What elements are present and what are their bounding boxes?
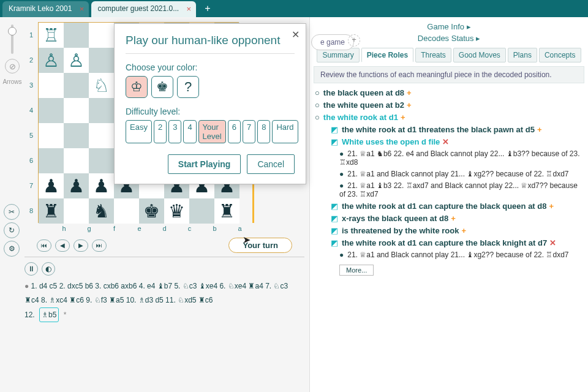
tab-label: Kramnik Leko 2001: [9, 4, 72, 13]
color-label: Choose your color:: [126, 62, 295, 72]
subtab-concepts[interactable]: Concepts: [539, 48, 581, 62]
move-number: 12.: [24, 308, 35, 322]
role-node[interactable]: x-rays the black queen at d8: [342, 214, 448, 223]
difficulty-3[interactable]: 3: [168, 120, 181, 143]
nav-last[interactable]: ⏭: [92, 239, 107, 252]
moves-fish[interactable]: ◐: [42, 262, 55, 276]
subtab-piece-roles[interactable]: Piece Roles: [361, 48, 413, 62]
expand-icon[interactable]: +: [461, 226, 466, 235]
piece-node[interactable]: the black queen at d8: [323, 88, 404, 97]
role-node[interactable]: the white rook at d1 can capture the bla…: [342, 202, 546, 211]
tool-refresh[interactable]: ↻: [4, 222, 20, 238]
tab-kramnik[interactable]: Kramnik Leko 2001×: [2, 1, 89, 17]
close-icon[interactable]: ✕: [292, 29, 300, 40]
analysis-tabs: SummaryPiece RolesThreatsGood MovesPlans…: [314, 48, 584, 62]
dialog-title: Play our human-like opponent: [126, 34, 295, 54]
tool-engine[interactable]: ⚙: [4, 241, 20, 257]
expand-icon[interactable]: +: [401, 113, 405, 122]
difficulty-6[interactable]: 6: [228, 120, 241, 143]
difficulty-8[interactable]: 8: [257, 120, 270, 143]
arrows-label: Arrows: [2, 78, 21, 85]
cursor-icon: ➤: [243, 234, 251, 246]
add-tab-button[interactable]: +: [198, 0, 216, 17]
start-playing-button[interactable]: Start Playing: [168, 154, 241, 174]
difficulty-7[interactable]: 7: [243, 120, 255, 143]
expand-icon[interactable]: +: [549, 202, 554, 211]
expand-icon[interactable]: +: [537, 125, 542, 134]
piece-node-active[interactable]: the white rook at d1: [323, 113, 398, 122]
difficulty-hard[interactable]: Hard: [272, 120, 298, 143]
nav-next[interactable]: ▶: [74, 239, 88, 252]
slider-thumb[interactable]: [8, 27, 17, 36]
moves-text: 1. d4 c5 2. dxc5 b6 3. cxb6 axb6 4. e4 ♝…: [24, 282, 288, 304]
collapse-icon[interactable]: ✕: [549, 238, 556, 247]
turn-indicator: Your turn: [228, 238, 292, 253]
expand-icon[interactable]: +: [407, 100, 412, 110]
difficulty-2[interactable]: 2: [154, 120, 167, 143]
role-node[interactable]: is threatened by the white rook: [342, 226, 459, 235]
color-random-button[interactable]: ?: [177, 76, 199, 98]
variation-line[interactable]: 21. ♕a1 and Black cannot play 21... ♝xg2…: [347, 251, 568, 259]
close-icon[interactable]: ×: [80, 5, 85, 13]
difficulty-label: Difficulty level:: [126, 107, 295, 116]
variation-line[interactable]: 21. ♕a1 and Black cannot play 21... ♝xg2…: [347, 170, 568, 178]
nav-prev[interactable]: ◀: [55, 239, 70, 252]
decodes-status-link[interactable]: Decodes Status ▸: [418, 34, 480, 43]
tab-description: Review the functions of each meaningful …: [314, 66, 584, 83]
arrows-toggle[interactable]: ⊘: [5, 59, 20, 74]
piece-node[interactable]: the white queen at b2: [323, 100, 404, 110]
play-opponent-dialog: ✕ Play our human-like opponent Choose yo…: [114, 23, 306, 184]
game-info-link[interactable]: Game Info ▸: [427, 22, 470, 31]
collapse-icon[interactable]: ✕: [442, 137, 449, 146]
zoom-slider[interactable]: [11, 24, 13, 54]
move-list[interactable]: ● 1. d4 c5 2. dxc5 b6 3. cxb6 axb6 4. e4…: [24, 277, 304, 325]
add-pill-button[interactable]: +: [348, 34, 360, 47]
color-white-button[interactable]: ♔: [126, 76, 148, 98]
color-black-button[interactable]: ♚: [151, 76, 173, 98]
variation-line[interactable]: 21. ♕a1 ♝b3 22. ♖axd7 and Black cannot p…: [339, 181, 578, 198]
cancel-button[interactable]: Cancel: [247, 154, 295, 174]
moves-pause[interactable]: ⏸: [24, 262, 38, 276]
nav-first[interactable]: ⏮: [37, 239, 51, 252]
role-node[interactable]: the white rook at d1 threatens the black…: [342, 125, 535, 134]
close-icon[interactable]: ×: [187, 5, 192, 13]
tool-scissors[interactable]: ✂: [4, 204, 20, 220]
variation-line[interactable]: 21. ♕a1 ♞b6 22. e4 and Black cannot play…: [339, 149, 580, 167]
expand-icon[interactable]: +: [451, 214, 456, 223]
difficulty-your-level[interactable]: Your Level: [198, 120, 226, 143]
current-move[interactable]: ♗b5: [39, 307, 59, 323]
subtab-good-moves[interactable]: Good Moves: [453, 48, 506, 62]
subtab-threats[interactable]: Threats: [415, 48, 451, 62]
subtab-plans[interactable]: Plans: [508, 48, 537, 62]
role-node-active[interactable]: White uses the open d file: [342, 137, 440, 146]
difficulty-4[interactable]: 4: [183, 120, 196, 143]
role-node[interactable]: the white rook at d1 can capture the bla…: [342, 238, 547, 247]
tab-computer[interactable]: computer guest 2021.0...×: [91, 1, 196, 17]
tab-label: computer guest 2021.0...: [97, 4, 179, 13]
tab-bar: Kramnik Leko 2001× computer guest 2021.0…: [0, 0, 588, 17]
expand-icon[interactable]: +: [407, 88, 412, 97]
difficulty-easy[interactable]: Easy: [126, 120, 152, 143]
more-button[interactable]: More...: [339, 265, 374, 276]
